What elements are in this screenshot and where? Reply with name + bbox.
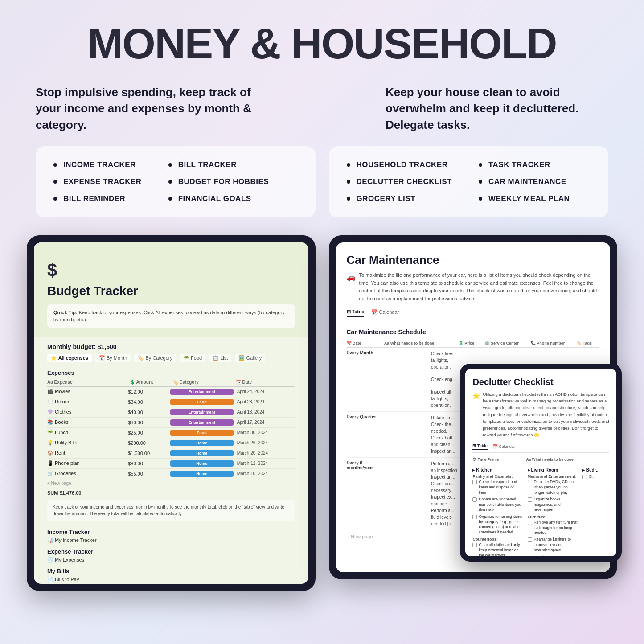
sch-col-center: 🏢 Service Center [485,341,527,345]
expense-category: Home [170,440,234,446]
budget-monthly-label: Monthly budget: $1,500 [34,337,308,350]
dc-decorations-subtitle: Decorations: [528,555,578,556]
bullet-dot [479,197,482,201]
expense-row: 🏠 Rent $1,000.00 Home March 20, 2024 [47,448,295,459]
income-tracker-sub: 📊 My Income Tracker [34,536,308,545]
tab-by-category[interactable]: 🏷️ By Category [134,354,176,362]
expense-row: 👚 Clothes $40.00 Entertainment April 18,… [47,407,295,418]
budget-title: Budget Tracker [47,284,295,298]
expense-date: March 26, 2024 [237,440,295,445]
dc-checklist-grid: ▸ Kitchen Pantry and Cabinets: Check for… [472,468,609,556]
feature-item-income: INCOME TRACKER [53,160,142,169]
declutter-title: Declutter Checklist [472,377,609,387]
dc-checkbox[interactable] [582,475,587,479]
tab-food[interactable]: 🥗 Food [180,354,205,362]
col-amount: 💲 Amount [130,380,169,385]
dc-checkbox[interactable] [528,537,532,542]
declutter-screen: Declutter Checklist ⭐ Utilizing a declut… [465,369,616,556]
feature-columns-left: INCOME TRACKER EXPENSE TRACKER BILL REMI… [53,160,298,203]
expense-amount: $25.00 [128,430,167,435]
view-tabs: ⊞ Table 📅 Calendar [347,309,600,321]
expense-date: April 17, 2024 [237,420,295,425]
dc-bedroom-col: ▸ Bedr... Cl... [582,468,609,556]
tip-label: Quick Tip: [53,310,78,315]
dc-col-what: Aa What needs to be done [526,457,609,462]
cm-time: Every 6months/year [347,460,427,470]
sch-col-date: 📅 Date [347,341,381,345]
dc-check-item: Organize books, magazines, and newspaper… [528,497,578,513]
expense-amount: $40.00 [128,410,167,415]
expense-category: Entertainment [170,409,234,415]
dc-tab-table[interactable]: ⊞ Table [472,443,487,450]
expense-date: March 10, 2024 [237,471,295,476]
dc-checkbox[interactable] [528,480,532,484]
expense-name: 🥗 Lunch [47,430,124,435]
expense-name: 🛒 Groceries [47,471,124,476]
expense-category: Home [170,450,234,456]
bullet-dot [53,180,57,184]
feature-col-right-2: TASK TRACKER CAR MAINTENANCE WEEKLY MEAL… [479,160,570,203]
new-page-expense[interactable]: + New page [47,479,295,488]
expense-name: 💡 Utility Bills [47,440,124,446]
feature-item-bill-tracker: BILL TRACKER [168,160,269,169]
expense-amount: $200.00 [128,440,167,446]
schedule-title: Car Maintenance Schedule [347,328,600,336]
dc-countertops-subtitle: Countertops: [472,537,523,541]
expense-tracker-label: Expense Tracker [34,545,308,556]
features-row: INCOME TRACKER EXPENSE TRACKER BILL REMI… [0,146,644,235]
car-description: 🚗 To maximize the life and performance o… [347,271,600,303]
taglines-row: Stop impulsive spending, keep track of y… [0,80,644,146]
dc-checkbox[interactable] [472,515,477,519]
car-page-title: Car Maintenance [347,253,600,267]
bullet-dot [168,163,172,167]
tablet-right: Car Maintenance 🚗 To maximize the life a… [329,235,618,579]
tab-all-expenses[interactable]: ⭐ All expenses [47,354,92,362]
feature-item-bill-reminder: BILL REMINDER [53,194,142,203]
feature-item-expense: EXPENSE TRACKER [53,177,142,186]
dc-checkbox[interactable] [528,521,532,525]
dc-bedroom-title: ▸ Bedr... [582,468,609,472]
main-title: MONEY & HOUSEHOLD [36,21,608,66]
dc-checkbox[interactable] [472,480,477,484]
my-bills-label: My Bills [34,564,308,575]
dc-furniture-subtitle: Furniture: [528,515,578,519]
expense-amount: $80.00 [128,461,167,466]
expense-sum: SUM $1,476.00 [34,488,308,496]
expense-name: 👚 Clothes [47,409,124,415]
feature-col-left-1: INCOME TRACKER EXPENSE TRACKER BILL REMI… [53,160,142,203]
tab-list[interactable]: 📋 List [209,354,231,362]
dc-media-subtitle: Media and Entertainment: [528,474,578,479]
dc-check-item: Cl... [582,474,609,480]
expense-category: Home [170,460,234,467]
cm-time: Every Month [347,350,427,355]
declutter-content: Declutter Checklist ⭐ Utilizing a declut… [465,369,616,556]
dc-checkbox[interactable] [472,497,477,502]
tab-gallery[interactable]: 🖼️ Gallery [235,354,265,362]
dc-checkbox[interactable] [472,543,477,547]
expense-name: 🍽️ Dinner [47,399,124,405]
dc-tab-calendar[interactable]: 📅 Calendar [493,443,515,450]
bullet-dot [347,180,350,184]
dc-kitchen-col: ▸ Kitchen Pantry and Cabinets: Check for… [472,468,523,556]
expenses-section-label: Expenses [34,367,308,378]
expense-name: 📱 Phone plan [47,460,124,466]
view-tab-calendar[interactable]: 📅 Calendar [371,309,399,317]
col-expense: Aa Expense [47,380,126,385]
dc-check-item: Remove any furniture that is damaged or … [528,520,578,536]
feature-box-left: INCOME TRACKER EXPENSE TRACKER BILL REMI… [36,146,316,217]
tablet-left: $ Budget Tracker Quick Tip: Keep track o… [27,235,316,591]
dc-kitchen-title: ▸ Kitchen [472,468,523,472]
view-tab-table[interactable]: ⊞ Table [347,309,365,317]
feature-col-left-2: BILL TRACKER BUDGET FOR HOBBIES FINANCIA… [168,160,269,203]
budget-tabs: ⭐ All expenses 📅 By Month 🏷️ By Category… [34,350,308,367]
feature-box-right: HOUSEHOLD TRACKER DECLUTTER CHECKLIST GR… [329,146,609,217]
dc-checkbox[interactable] [528,497,532,502]
col-date: 📅 Date [236,380,295,385]
expense-name: 🏠 Rent [47,450,124,456]
dc-check-item: Donate any unopened non-perishable items… [472,497,523,513]
feature-item-meal-plan: WEEKLY MEAL PLAN [479,194,570,203]
expense-row: 🥗 Lunch $25.00 Food March 30, 2024 [47,428,295,438]
tab-by-month[interactable]: 📅 By Month [95,354,131,362]
cm-time: Every Quarter [347,414,427,419]
page-header: MONEY & HOUSEHOLD [0,0,644,80]
